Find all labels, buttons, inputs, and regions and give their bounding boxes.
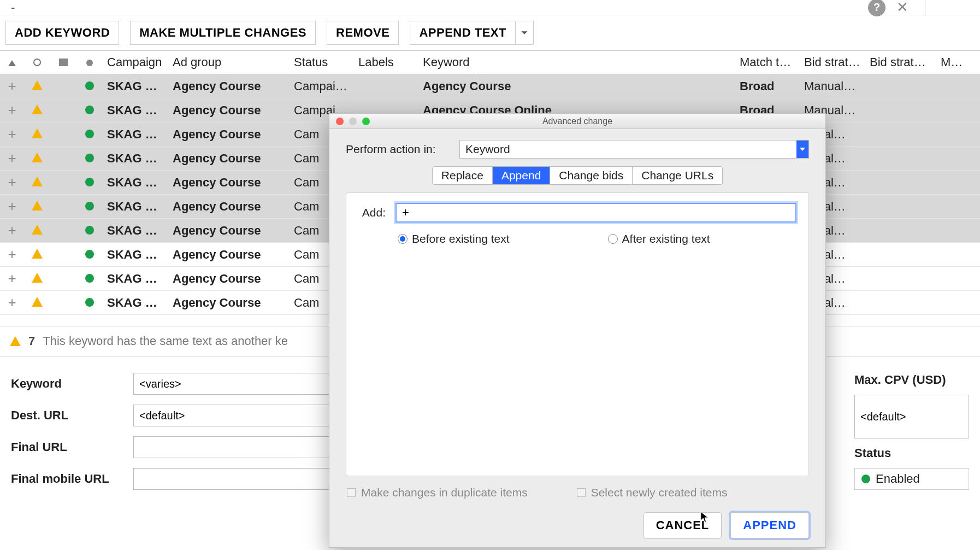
expand-icon[interactable]: +: [0, 174, 24, 191]
clear-icon[interactable]: ✕: [896, 0, 908, 16]
col-bid-strategy-2[interactable]: Bid strat…: [865, 55, 936, 69]
cell-campaign: SKAG S…: [103, 103, 168, 118]
tab-change-urls[interactable]: Change URLs: [633, 167, 722, 184]
radio-before-existing[interactable]: Before existing text: [398, 232, 510, 245]
tab-append[interactable]: Append: [493, 167, 550, 184]
append-text-dropdown[interactable]: [515, 21, 534, 45]
col-campaign[interactable]: Campaign: [103, 55, 168, 69]
expand-icon[interactable]: +: [0, 78, 24, 95]
status-dot: [76, 79, 103, 93]
col-match-type[interactable]: Match t…: [735, 55, 800, 69]
warning-icon: [10, 336, 21, 346]
enabled-dot-icon: [861, 475, 870, 483]
cell-ad-group: Agency Course: [168, 272, 290, 286]
warning-column-header[interactable]: [24, 55, 50, 69]
max-cpv-label: Max. CPV (USD): [854, 373, 969, 387]
warning-icon: [24, 127, 50, 142]
warning-icon: [24, 175, 50, 190]
warning-icon: [24, 272, 50, 286]
cell-ad-group: Agency Course: [168, 248, 290, 262]
table-header: Campaign Ad group Status Labels Keyword …: [0, 50, 980, 74]
checkbox-icon: [347, 488, 356, 497]
perform-action-value: Keyword: [465, 143, 510, 156]
chevron-down-icon: [796, 141, 808, 158]
expand-icon[interactable]: +: [0, 270, 24, 287]
col-status[interactable]: Status: [290, 55, 354, 69]
expand-icon[interactable]: +: [0, 222, 24, 239]
cell-campaign: SKAG S…: [103, 127, 168, 142]
expand-icon[interactable]: +: [0, 102, 24, 119]
status-dot: [76, 296, 103, 310]
radio-icon: [608, 234, 618, 244]
cell-ad-group: Agency Course: [168, 79, 290, 93]
status-select[interactable]: Enabled: [854, 468, 969, 490]
radio-after-existing[interactable]: After existing text: [608, 232, 710, 245]
add-keyword-button[interactable]: ADD KEYWORD: [5, 21, 119, 45]
status-dot: [76, 272, 103, 286]
sort-indicator[interactable]: [0, 55, 24, 69]
cancel-button[interactable]: CANCEL: [644, 512, 722, 539]
final-url-label: Final URL: [11, 440, 120, 454]
append-text-button[interactable]: APPEND TEXT: [410, 21, 515, 45]
warning-icon: [24, 151, 50, 166]
status-dot: [76, 175, 103, 190]
help-icon[interactable]: ?: [868, 0, 885, 16]
cell-ad-group: Agency Course: [168, 103, 290, 118]
table-row[interactable]: +SKAG S…Agency CourseCampai…Agency Cours…: [0, 74, 980, 98]
search-bar: - ? ✕: [0, 0, 980, 15]
col-ad-group[interactable]: Ad group: [168, 55, 290, 69]
radio-after-label: After existing text: [622, 232, 710, 245]
cell-ad-group: Agency Course: [168, 296, 290, 310]
status-dot-column-header[interactable]: [76, 55, 103, 69]
cell-ad-group: Agency Course: [168, 151, 290, 166]
cell-ad-group: Agency Course: [168, 200, 290, 214]
remove-button[interactable]: REMOVE: [327, 21, 399, 45]
final-url-field[interactable]: [133, 436, 339, 458]
col-bid-strategy-1[interactable]: Bid strat…: [800, 55, 865, 69]
search-input[interactable]: -: [5, 1, 857, 15]
action-tabs: Replace Append Change bids Change URLs: [432, 166, 723, 185]
expand-icon[interactable]: +: [0, 150, 24, 167]
radio-icon: [398, 234, 408, 244]
expand-icon[interactable]: +: [0, 246, 24, 263]
cell-campaign: SKAG S…: [103, 151, 168, 166]
col-keyword[interactable]: Keyword: [418, 55, 735, 69]
cell-ad-group: Agency Course: [168, 127, 290, 142]
cell-campaign: SKAG S…: [103, 175, 168, 190]
append-button[interactable]: APPEND: [730, 512, 809, 539]
expand-icon[interactable]: +: [0, 198, 24, 215]
dialog-title: Advanced change: [329, 116, 825, 126]
tab-replace[interactable]: Replace: [433, 167, 493, 184]
tab-change-bids[interactable]: Change bids: [550, 167, 633, 184]
warning-icon: [24, 79, 50, 93]
max-cpv-field[interactable]: [854, 395, 969, 438]
col-labels[interactable]: Labels: [354, 55, 418, 69]
checkbox-duplicate-items[interactable]: Make changes in duplicate items: [347, 486, 528, 499]
final-mobile-url-field[interactable]: [133, 468, 339, 490]
add-label: Add:: [358, 206, 386, 219]
radio-before-label: Before existing text: [412, 232, 510, 245]
comment-column-header[interactable]: [50, 55, 76, 69]
dest-url-field[interactable]: [133, 405, 339, 426]
col-max[interactable]: Max.: [936, 55, 970, 69]
perform-action-select[interactable]: Keyword: [459, 140, 809, 159]
expand-icon[interactable]: +: [0, 294, 24, 311]
checkbox-select-new-items[interactable]: Select newly created items: [577, 486, 728, 499]
advanced-change-dialog: Advanced change Perform action in: Keywo…: [329, 113, 826, 548]
keyword-field[interactable]: [133, 373, 339, 395]
cell-campaign: SKAG S…: [103, 224, 168, 238]
add-text-input[interactable]: [395, 203, 796, 223]
warning-count: 7: [28, 334, 35, 348]
checkbox-duplicate-label: Make changes in duplicate items: [361, 486, 528, 499]
status-dot: [76, 200, 103, 214]
status-label: Status: [854, 446, 969, 460]
divider: [925, 0, 925, 16]
dialog-titlebar[interactable]: Advanced change: [329, 114, 825, 129]
dest-url-label: Dest. URL: [11, 408, 120, 423]
keyword-label: Keyword: [11, 377, 120, 391]
checkbox-icon: [577, 488, 586, 497]
status-dot: [76, 127, 103, 142]
make-multiple-changes-button[interactable]: MAKE MULTIPLE CHANGES: [130, 21, 316, 45]
expand-icon[interactable]: +: [0, 126, 24, 143]
status-dot: [76, 224, 103, 238]
